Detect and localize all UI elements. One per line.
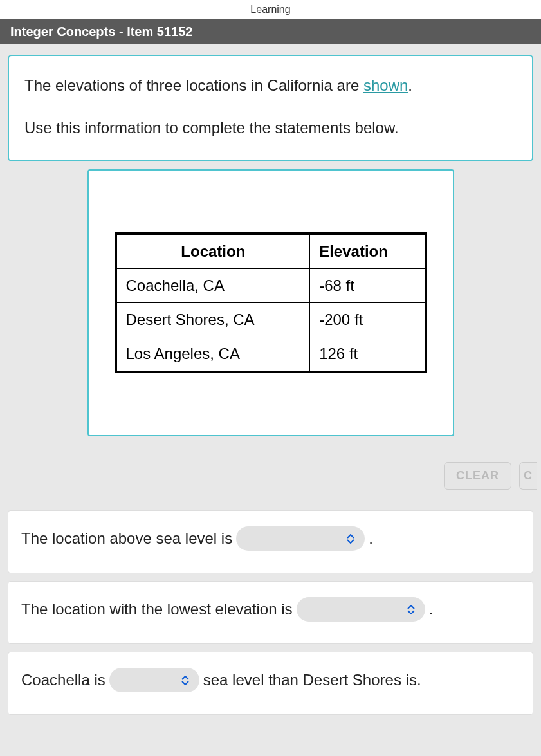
- content-area: Location Elevation Coachella, CA -68 ft …: [8, 169, 533, 502]
- statement-1: The location above sea level is .: [8, 510, 533, 573]
- buttons-row: CLEAR C: [8, 436, 537, 502]
- title-text: Integer Concepts - Item 51152: [10, 24, 192, 39]
- dropdown-comparison[interactable]: [109, 668, 199, 692]
- s2-prefix: The location with the lowest elevation i…: [21, 600, 293, 618]
- cell-elevation: 126 ft: [310, 337, 426, 373]
- s3-suffix: sea level than Desert Shores is.: [203, 671, 421, 689]
- clear-button[interactable]: CLEAR: [444, 462, 511, 490]
- dropdown-lowest-elevation[interactable]: [297, 597, 425, 622]
- cell-location: Coachella, CA: [116, 269, 310, 303]
- brand-label: Learning: [250, 4, 290, 15]
- s1-suffix: .: [369, 530, 373, 548]
- chevron-updown-icon: [347, 534, 354, 544]
- s1-prefix: The location above sea level is: [21, 530, 232, 548]
- cell-elevation: -68 ft: [310, 269, 426, 303]
- cell-location: Los Angeles, CA: [116, 337, 310, 373]
- header-location: Location: [116, 234, 310, 269]
- header-elevation: Elevation: [310, 234, 426, 269]
- cell-elevation: -200 ft: [310, 303, 426, 337]
- q1-suffix: .: [408, 77, 412, 94]
- table-row: Coachella, CA -68 ft: [116, 269, 426, 303]
- table-row: Desert Shores, CA -200 ft: [116, 303, 426, 337]
- question-line-2: Use this information to complete the sta…: [24, 116, 517, 140]
- dropdown-location-above[interactable]: [236, 526, 365, 551]
- question-box: The elevations of three locations in Cal…: [8, 55, 533, 161]
- statement-3: Coachella is sea level than Desert Shore…: [8, 652, 533, 715]
- table-card: Location Elevation Coachella, CA -68 ft …: [87, 169, 454, 436]
- table-row: Los Angeles, CA 126 ft: [116, 337, 426, 373]
- table-header-row: Location Elevation: [116, 234, 426, 269]
- title-bar: Integer Concepts - Item 51152: [0, 19, 541, 44]
- chevron-updown-icon: [181, 676, 189, 685]
- question-line-1: The elevations of three locations in Cal…: [24, 74, 517, 97]
- shown-link[interactable]: shown: [363, 77, 408, 94]
- chevron-updown-icon: [407, 605, 415, 614]
- elevation-table: Location Elevation Coachella, CA -68 ft …: [115, 232, 427, 373]
- q1-prefix: The elevations of three locations in Cal…: [24, 77, 363, 94]
- partial-button[interactable]: C: [519, 462, 537, 490]
- top-header: Learning: [0, 0, 541, 19]
- statement-2: The location with the lowest elevation i…: [8, 581, 533, 644]
- s2-suffix: .: [429, 600, 434, 618]
- cell-location: Desert Shores, CA: [116, 303, 310, 337]
- s3-prefix: Coachella is: [21, 671, 105, 689]
